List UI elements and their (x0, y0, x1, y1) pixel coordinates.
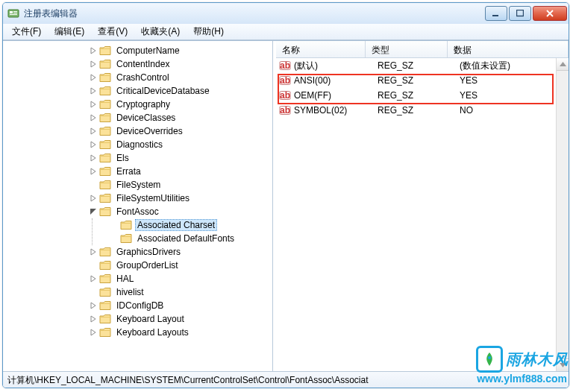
expand-icon[interactable] (88, 45, 98, 56)
expand-icon[interactable] (88, 327, 98, 338)
folder-icon (120, 220, 132, 230)
tree-item[interactable]: Els (87, 151, 272, 165)
tree-item[interactable]: Diagnostics (87, 138, 272, 151)
folder-icon (99, 274, 111, 284)
tree-item[interactable]: Cryptography (87, 98, 272, 111)
folder-icon (99, 206, 111, 217)
value-row[interactable]: abOEM(FF)REG_SZYES (276, 88, 569, 103)
folder-icon (99, 300, 111, 311)
svg-rect-1 (10, 11, 13, 13)
expand-icon[interactable] (88, 113, 98, 123)
regedit-app-icon (7, 7, 19, 19)
column-header-name[interactable]: 名称 (276, 41, 366, 57)
tree-item[interactable]: FontAssoc (87, 205, 272, 218)
tree-item[interactable]: IDConfigDB (87, 299, 272, 312)
tree-item[interactable]: Associated DefaultFonts (107, 232, 272, 245)
value-row[interactable]: abSYMBOL(02)REG_SZNO (276, 103, 569, 118)
value-name: (默认) (294, 60, 378, 72)
value-name: ANSI(00) (294, 75, 378, 86)
value-data: YES (460, 75, 566, 86)
expand-icon[interactable] (88, 59, 98, 69)
tree-item[interactable]: FileSystemUtilities (87, 192, 272, 205)
tree-item[interactable]: HAL (87, 272, 272, 285)
expand-icon[interactable] (88, 126, 98, 136)
window-title: 注册表编辑器 (24, 7, 479, 20)
tree-item[interactable]: CrashControl (87, 71, 272, 84)
folder-icon (99, 153, 111, 163)
tree-item-label: ContentIndex (114, 59, 172, 69)
statusbar: 计算机\HKEY_LOCAL_MACHINE\SYSTEM\CurrentCon… (3, 371, 569, 388)
tree-item[interactable]: ContentIndex (87, 57, 272, 71)
menu-file[interactable]: 文件(F) (6, 24, 47, 39)
expand-icon[interactable] (88, 247, 98, 257)
tree-item-label: DeviceOverrides (114, 126, 185, 136)
scroll-down-arrow[interactable] (557, 358, 569, 371)
tree-item-label: Keyboard Layouts (114, 327, 191, 338)
expand-icon[interactable] (88, 274, 98, 284)
folder-icon (99, 314, 111, 324)
menubar: 文件(F) 编辑(E) 查看(V) 收藏夹(A) 帮助(H) (3, 24, 569, 40)
expand-icon[interactable] (88, 72, 98, 83)
values-list[interactable]: ab(默认)REG_SZ(数值未设置)abANSI(00)REG_SZYESab… (276, 58, 569, 371)
expand-icon[interactable] (88, 193, 98, 203)
column-header-type[interactable]: 类型 (366, 41, 448, 57)
expand-icon[interactable] (88, 153, 98, 163)
svg-text:ab: ab (280, 105, 290, 116)
tree-item[interactable]: Keyboard Layout (87, 312, 272, 326)
svg-rect-2 (13, 11, 17, 12)
svg-text:ab: ab (280, 90, 290, 101)
menu-view[interactable]: 查看(V) (92, 24, 134, 39)
tree-item[interactable]: FileSystem (87, 178, 272, 192)
vertical-scrollbar[interactable] (556, 58, 569, 371)
expand-icon[interactable] (88, 300, 98, 311)
menu-edit[interactable]: 编辑(E) (48, 24, 90, 39)
tree-item-label: Els (114, 153, 131, 163)
menu-favorites[interactable]: 收藏夹(A) (135, 24, 186, 39)
titlebar[interactable]: 注册表编辑器 (3, 3, 569, 24)
tree-item-label: FontAssoc (114, 206, 161, 217)
tree-item[interactable]: ComputerName (87, 44, 272, 57)
tree-item-label: Associated DefaultFonts (135, 233, 237, 244)
tree-item[interactable]: hivelist (87, 285, 272, 299)
tree-item[interactable]: DeviceClasses (87, 111, 272, 124)
menu-help[interactable]: 帮助(H) (187, 24, 230, 39)
minimize-button[interactable] (485, 6, 507, 21)
window-buttons (483, 6, 567, 21)
tree-item[interactable]: Errata (87, 165, 272, 178)
scroll-up-arrow[interactable] (557, 58, 569, 71)
column-header-data[interactable]: 数据 (448, 41, 569, 57)
values-pane: 名称 类型 数据 ab(默认)REG_SZ(数值未设置)abANSI(00)RE… (276, 41, 569, 371)
expand-icon[interactable] (88, 166, 98, 177)
tree-item[interactable]: Keyboard Layouts (87, 326, 272, 339)
value-type: REG_SZ (378, 75, 460, 86)
svg-rect-4 (10, 14, 17, 15)
value-type: REG_SZ (378, 90, 460, 101)
folder-icon (99, 72, 111, 83)
expand-icon[interactable] (88, 99, 98, 110)
tree-pane[interactable]: ComputerNameContentIndexCrashControlCrit… (3, 41, 273, 371)
folder-icon (99, 126, 111, 136)
tree-item[interactable]: GroupOrderList (87, 259, 272, 272)
registry-tree[interactable]: ComputerNameContentIndexCrashControlCrit… (3, 44, 272, 339)
maximize-button[interactable] (509, 6, 531, 21)
tree-item[interactable]: CriticalDeviceDatabase (87, 84, 272, 98)
folder-icon (99, 180, 111, 190)
close-button[interactable] (533, 6, 567, 21)
folder-icon (99, 287, 111, 297)
expand-icon[interactable] (88, 314, 98, 324)
folder-icon (99, 260, 111, 271)
svg-rect-5 (492, 15, 498, 16)
expand-icon[interactable] (88, 86, 98, 96)
tree-item-label: HAL (114, 274, 136, 284)
expand-icon[interactable] (88, 139, 98, 150)
tree-item[interactable]: DeviceOverrides (87, 124, 272, 138)
value-row[interactable]: abANSI(00)REG_SZYES (276, 73, 569, 88)
string-value-icon: ab (279, 89, 291, 101)
value-row[interactable]: ab(默认)REG_SZ(数值未设置) (276, 58, 569, 73)
collapse-icon[interactable] (88, 206, 98, 217)
values-header: 名称 类型 数据 (276, 41, 569, 58)
tree-item[interactable]: Associated Charset (107, 218, 272, 232)
tree-item-label: GraphicsDrivers (114, 247, 183, 257)
folder-icon (99, 59, 111, 69)
tree-item[interactable]: GraphicsDrivers (87, 245, 272, 259)
